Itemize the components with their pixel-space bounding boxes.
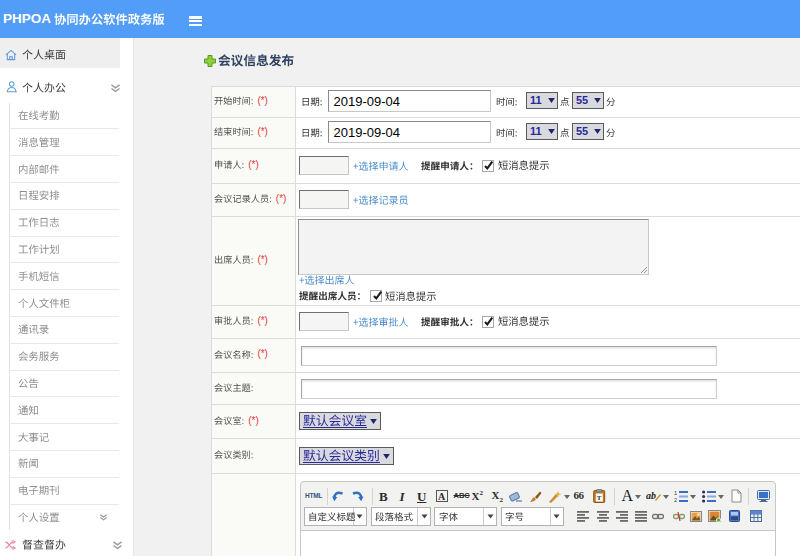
svg-text:1: 1: [674, 490, 677, 496]
svg-text:ab: ab: [646, 490, 656, 501]
svg-text:2: 2: [674, 497, 677, 503]
svg-text:T: T: [597, 494, 602, 502]
